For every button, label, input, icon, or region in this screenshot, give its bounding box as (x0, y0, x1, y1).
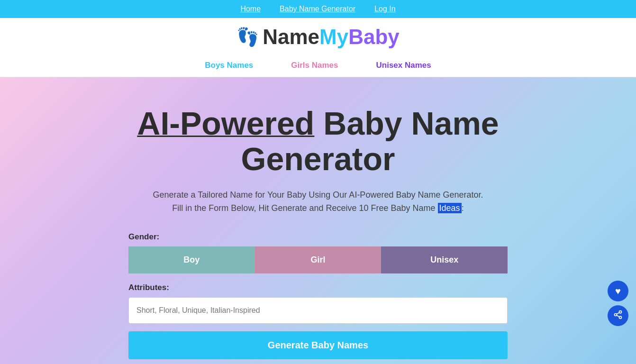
heart-button[interactable]: ♥ (608, 281, 628, 301)
share-button[interactable] (608, 305, 628, 326)
nav-unisex-names[interactable]: Unisex Names (376, 61, 431, 70)
logo-my-part: My (319, 25, 348, 48)
subtitle-line1: Generate a Tailored Name for Your Baby U… (153, 190, 483, 200)
secondary-nav: Boys Names Girls Names Unisex Names (0, 54, 636, 77)
logo-area: 👣 NameMyBaby (0, 18, 636, 54)
logo: 👣 NameMyBaby (236, 27, 400, 47)
floating-buttons: ♥ (608, 281, 628, 326)
hero-subtitle: Generate a Tailored Name for Your Baby U… (153, 188, 483, 216)
heart-icon: ♥ (615, 286, 621, 297)
logo-name-part: Name (263, 25, 319, 48)
subtitle-end: : (462, 203, 464, 213)
logo-icon: 👣 (236, 27, 259, 47)
attributes-label: Attributes: (128, 283, 508, 292)
form-container: Gender: Boy Girl Unisex Attributes: Gene… (128, 232, 508, 359)
top-nav: Home Baby Name Generator Log In (0, 0, 636, 18)
hero-title-part1: AI-Powered (137, 105, 314, 141)
hero-section: AI-Powered Baby Name Generator Generate … (0, 77, 636, 364)
svg-line-4 (617, 312, 619, 314)
gender-girl-button[interactable]: Girl (255, 246, 382, 273)
svg-line-3 (617, 315, 619, 317)
logo-baby-part: Baby (348, 25, 400, 48)
subtitle-line2: Fill in the Form Below, Hit Generate and… (172, 203, 437, 213)
generate-button[interactable]: Generate Baby Names (128, 331, 508, 359)
nav-boys-names[interactable]: Boys Names (205, 61, 253, 70)
subtitle-highlight: Ideas (438, 203, 462, 213)
nav-link-home[interactable]: Home (240, 5, 261, 13)
share-icon (613, 310, 623, 322)
gender-label: Gender: (128, 232, 508, 242)
gender-boy-button[interactable]: Boy (128, 246, 255, 273)
logo-text: NameMyBaby (263, 27, 400, 47)
nav-girls-names[interactable]: Girls Names (291, 61, 338, 70)
attributes-input[interactable] (128, 297, 508, 324)
gender-buttons: Boy Girl Unisex (128, 246, 508, 273)
gender-unisex-button[interactable]: Unisex (381, 246, 508, 273)
nav-link-login[interactable]: Log In (374, 5, 395, 13)
hero-title: AI-Powered Baby Name Generator (105, 106, 531, 177)
nav-link-generator[interactable]: Baby Name Generator (280, 5, 355, 13)
